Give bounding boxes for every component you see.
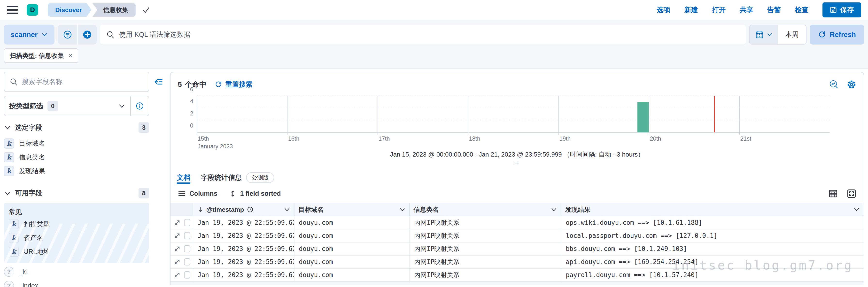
row-checkbox[interactable] (184, 219, 190, 226)
app-logo[interactable]: D (27, 4, 38, 16)
reset-search-label: 重置搜索 (225, 80, 253, 89)
grid-line-day (378, 96, 378, 135)
row-checkbox[interactable] (184, 245, 190, 252)
field-item[interactable]: ? _id (4, 265, 161, 279)
nav-menu-item[interactable]: 打开 (712, 5, 725, 14)
row-controls (170, 216, 193, 229)
x-axis-tick-label: 20th (650, 135, 661, 142)
field-item[interactable]: k 目标域名 (4, 136, 161, 150)
cell-target-domain: douyu.com (294, 268, 410, 281)
filter-by-type-count: 0 (48, 101, 58, 111)
tab-field-statistics-label: 字段统计信息 (201, 173, 242, 182)
cell-target-domain: douyu.com (294, 216, 410, 229)
expand-row-icon[interactable] (174, 272, 181, 278)
row-controls (170, 256, 193, 268)
chevron-down-icon (854, 206, 860, 213)
y-axis-tick-label: 4 (190, 98, 193, 105)
refresh-button-label: Refresh (830, 31, 856, 39)
display-options-table-icon[interactable] (828, 189, 838, 198)
row-checkbox[interactable] (184, 271, 190, 279)
keyword-field-icon: k (4, 166, 14, 176)
kql-query-input[interactable] (119, 31, 740, 38)
cell-info-type: 内网IP映射关系 (410, 243, 561, 255)
nav-menu-item[interactable]: 检查 (795, 5, 808, 14)
column-header-info-type[interactable]: 信息类名 (410, 203, 561, 216)
field-item[interactable]: k 发现结果 (4, 164, 161, 178)
fullscreen-icon[interactable] (847, 189, 857, 198)
gear-icon[interactable] (847, 79, 857, 89)
field-search-input[interactable] (22, 78, 144, 86)
expand-row-icon[interactable] (174, 232, 181, 239)
breadcrumb-discover[interactable]: Discover (48, 3, 92, 17)
filter-pill-label: 扫描类型: 信息收集 (10, 52, 64, 60)
row-checkbox[interactable] (184, 232, 190, 239)
cell-info-type: 内网IP映射关系 (410, 229, 561, 242)
expand-row-icon[interactable] (174, 245, 181, 252)
column-header-label: 信息类名 (414, 205, 439, 214)
tab-field-statistics[interactable]: 字段统计信息 公测版 (201, 171, 274, 184)
keyword-field-icon: k (9, 219, 19, 229)
cell-timestamp: Jan 19, 2023 @ 22:55:09.621 (193, 256, 294, 268)
nav-menu-item[interactable]: 新建 (684, 5, 698, 14)
column-header-timestamp[interactable]: @timestamp (193, 203, 294, 216)
x-axis-tick-label: 17th (378, 135, 390, 142)
refresh-button[interactable]: Refresh (810, 25, 864, 44)
columns-button[interactable]: Columns (178, 190, 217, 197)
top-navbar: D Discover 信息收集 选项 新建 打开 共享 告警 检查 (0, 0, 868, 20)
info-icon (135, 102, 144, 110)
nav-menu-item[interactable]: 告警 (767, 5, 781, 14)
nav-menu-item[interactable]: 共享 (740, 5, 753, 14)
field-item[interactable]: k 信息类名 (4, 150, 161, 164)
column-header-result[interactable]: 发现结果 (561, 203, 864, 216)
row-checkbox[interactable] (184, 258, 190, 265)
cell-target-domain: douyu.com (294, 256, 410, 268)
filter-by-type-button[interactable]: 按类型筛选 0 (4, 101, 130, 111)
expand-row-icon[interactable] (174, 219, 181, 226)
chart-resize-handle[interactable]: = (170, 159, 864, 168)
field-item-label: URL地址 (24, 247, 50, 256)
selected-fields-section-header[interactable]: 选定字段 3 (4, 122, 149, 133)
data-view-selector[interactable]: scanner (4, 25, 55, 44)
nav-actions: 选项 新建 打开 共享 告警 检查 保存 (657, 2, 861, 18)
sorted-fields-label: 1 field sorted (240, 190, 281, 197)
histogram-chart: 024615thJanuary 202316th17th18th19th20th… (170, 92, 864, 148)
table-row: Jan 19, 2023 @ 22:55:09.621 douyu.com 内网… (170, 216, 864, 229)
filter-pill[interactable]: 扫描类型: 信息收集 × (4, 49, 78, 63)
saved-query-menu-button[interactable] (58, 25, 77, 44)
chevron-down-icon (118, 102, 125, 109)
sort-desc-arrow-icon (197, 206, 204, 213)
field-item[interactable]: ? _index (4, 279, 161, 287)
cell-timestamp: Jan 19, 2023 @ 22:55:09.621 (193, 268, 294, 281)
sort-fields-button[interactable]: 1 field sorted (229, 190, 281, 197)
histogram-plot[interactable]: 024615thJanuary 202316th17th18th19th20th… (197, 96, 830, 133)
unknown-field-icon: ? (4, 267, 14, 277)
field-info-button[interactable] (130, 96, 149, 116)
add-filter-button[interactable] (77, 25, 97, 44)
breadcrumb: Discover 信息收集 (48, 3, 135, 17)
nav-menu-item[interactable]: 选项 (657, 5, 671, 14)
time-picker-calendar-button[interactable] (750, 25, 778, 44)
available-fields-section-header[interactable]: 可用字段 8 (4, 188, 149, 199)
field-item[interactable]: k URL地址 (9, 245, 144, 258)
field-item[interactable]: k 扫描类型 (9, 217, 144, 231)
cell-target-domain: douyu.com (294, 243, 410, 255)
save-button[interactable]: 保存 (823, 2, 861, 18)
histogram-bar[interactable] (638, 102, 649, 132)
cell-result: local.passport.douyu.com ==> [127.0.0.1] (561, 229, 864, 242)
column-header-target-domain[interactable]: 目标域名 (294, 203, 410, 216)
menu-hamburger-icon[interactable] (7, 6, 18, 14)
chevron-down-icon (551, 206, 557, 213)
grid-line-day (739, 96, 740, 135)
beta-badge: 公测版 (246, 172, 274, 183)
remove-filter-icon[interactable]: × (68, 52, 73, 60)
expand-row-icon[interactable] (174, 258, 181, 265)
keyword-field-icon: k (9, 233, 19, 243)
field-item[interactable]: k 资产名 (9, 231, 144, 245)
collapse-sidebar-icon[interactable] (154, 77, 163, 87)
reset-search-link[interactable]: 重置搜索 (215, 80, 253, 89)
inspect-chart-icon[interactable] (829, 79, 838, 89)
table-header-controls (170, 203, 193, 216)
save-floppy-icon (830, 6, 837, 13)
tab-documents[interactable]: 文档 (177, 171, 190, 184)
time-range-value[interactable]: 本周 (778, 25, 806, 44)
